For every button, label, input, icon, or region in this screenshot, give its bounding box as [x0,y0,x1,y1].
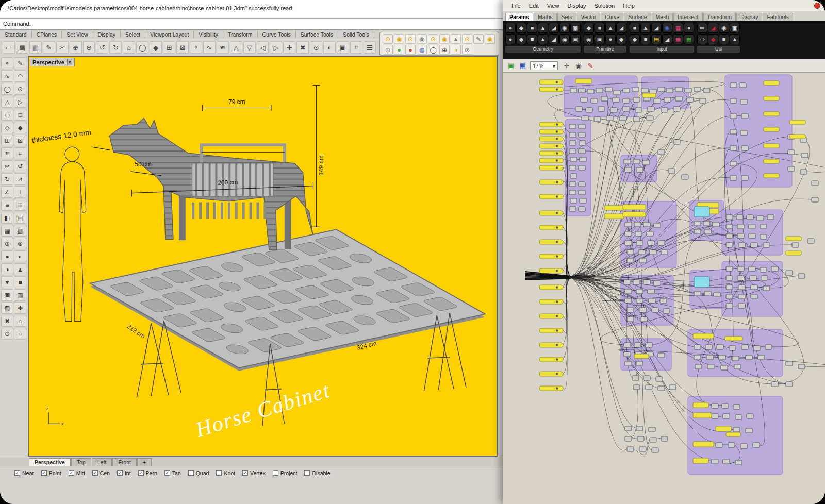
gh-component-icon-geometry-1-3[interactable]: ▲ [538,34,548,44]
gh-number-slider[interactable] [539,80,563,85]
gh-component[interactable] [730,161,737,166]
gh-component[interactable] [726,294,733,299]
gh-component[interactable] [649,427,655,432]
gh-tab-mesh[interactable]: Mesh [652,13,673,21]
sidebar-tool-icon-17[interactable]: ↺ [14,160,26,172]
gh-component-icon-geometry-1-0[interactable]: ● [505,34,516,44]
command-prompt[interactable]: Command: [0,19,503,30]
gh-component[interactable] [598,107,605,111]
open-file-icon[interactable]: ▣ [506,61,516,71]
gh-component[interactable] [591,98,598,103]
gh-component[interactable] [644,376,650,380]
gh-component[interactable] [730,114,737,119]
gh-component[interactable] [624,159,631,164]
gh-component[interactable] [749,266,755,271]
checkbox-vertex[interactable]: ✓ [242,470,248,476]
gh-component-icon-input-1-3[interactable]: ◢ [662,34,672,44]
gh-component[interactable] [704,291,711,296]
gh-tab-intersect[interactable]: Intersect [673,13,702,21]
gh-component[interactable] [669,385,676,390]
gh-component[interactable] [620,116,626,121]
gh-tab-surface[interactable]: Surface [624,13,651,21]
gh-menu-view[interactable]: View [543,3,564,9]
sidebar-tool-icon-25[interactable]: ▤ [14,212,26,224]
gh-component[interactable] [694,291,701,296]
gh-component[interactable] [649,298,655,303]
osnap-vertex[interactable]: ✓Vertex [242,470,266,476]
sidebar-tool-icon-15[interactable]: ⌗ [14,147,26,159]
gh-component-icon-input-1-1[interactable]: ■ [640,34,651,44]
gh-component[interactable] [673,107,680,111]
gh-component-icon-geometry-0-5[interactable]: ◉ [559,23,570,33]
checkbox-cen[interactable]: ✓ [92,470,98,476]
gh-component[interactable] [730,146,737,150]
gh-component[interactable] [623,88,630,93]
gh-component[interactable] [579,141,586,145]
gh-component[interactable] [706,355,713,360]
gh-panel[interactable] [693,413,712,418]
gh-component[interactable] [807,239,814,243]
gh-panel[interactable] [604,206,624,210]
gh-component[interactable] [647,231,653,236]
gh-component[interactable] [726,215,733,220]
gh-panel[interactable] [764,112,779,116]
sidebar-tool-icon-36[interactable]: ▣ [1,289,13,301]
sidebar-tool-icon-11[interactable]: ◆ [14,122,26,133]
gh-group-3[interactable] [565,119,591,216]
sidebar-tool-icon-28[interactable]: ⊕ [1,238,13,249]
gh-component[interactable] [792,243,799,247]
gh-number-slider[interactable] [539,314,563,318]
gh-panel[interactable] [623,212,646,217]
gh-component[interactable] [658,386,665,391]
toolbar-icon-2[interactable]: ▥ [29,41,42,54]
gh-component[interactable] [569,149,576,154]
gh-panel[interactable] [764,96,779,100]
gh-component-icon-primitive-1-2[interactable]: ● [605,34,616,44]
gh-component[interactable] [733,405,740,409]
gh-component[interactable] [730,129,737,134]
gh-canvas[interactable] [503,73,825,504]
gh-component[interactable] [726,266,733,271]
checkbox-tan[interactable]: ✓ [164,470,170,476]
gh-component[interactable] [569,165,576,170]
gh-component[interactable] [601,96,608,101]
gh-number-slider[interactable] [539,180,563,184]
gh-number-slider[interactable] [539,211,563,215]
checkbox-project[interactable] [273,470,278,476]
gh-component[interactable] [582,116,588,121]
gh-component[interactable] [624,352,631,357]
osnap-tan[interactable]: ✓Tan [164,470,181,476]
gh-component[interactable] [786,382,793,387]
gh-component-icon-primitive-0-0[interactable]: ◆ [584,23,594,33]
gh-component[interactable] [704,229,711,234]
gh-panel[interactable] [642,93,656,97]
gh-component[interactable] [579,190,585,195]
gh-component[interactable] [687,97,694,102]
sidebar-tool-icon-7[interactable]: ▷ [14,96,26,108]
gh-panel[interactable] [693,442,714,447]
gh-component[interactable] [800,170,807,174]
checkbox-point[interactable]: ✓ [41,470,47,476]
sidebar-tool-icon-39[interactable]: ✚ [14,302,26,314]
gh-component[interactable] [740,130,747,135]
gh-component[interactable] [741,345,748,349]
gh-component[interactable] [569,124,576,129]
preview-eye-icon[interactable]: ◉ [574,61,583,71]
toolbar-tab-set-view[interactable]: Set View [62,31,93,38]
gh-component[interactable] [614,90,620,95]
gh-component-icon-geometry-1-1[interactable]: ◆ [516,34,526,44]
gh-component[interactable] [738,243,745,247]
viewport-tab-left[interactable]: Left [92,458,112,466]
sidebar-tool-icon-6[interactable]: △ [1,96,13,108]
gh-panel[interactable] [604,214,624,219]
gh-component[interactable] [625,426,632,431]
gh-component[interactable] [644,222,650,227]
gh-component[interactable] [648,289,654,294]
gh-component[interactable] [673,140,680,144]
gh-number-slider[interactable] [539,144,563,148]
sidebar-tool-icon-41[interactable]: ⌂ [14,315,26,327]
gh-component[interactable] [639,308,646,312]
viewport-scene[interactable]: 79 cm 149 cm 50 cm 200 cm [29,57,497,456]
gh-component[interactable] [579,182,585,187]
gh-number-slider[interactable] [539,328,563,333]
